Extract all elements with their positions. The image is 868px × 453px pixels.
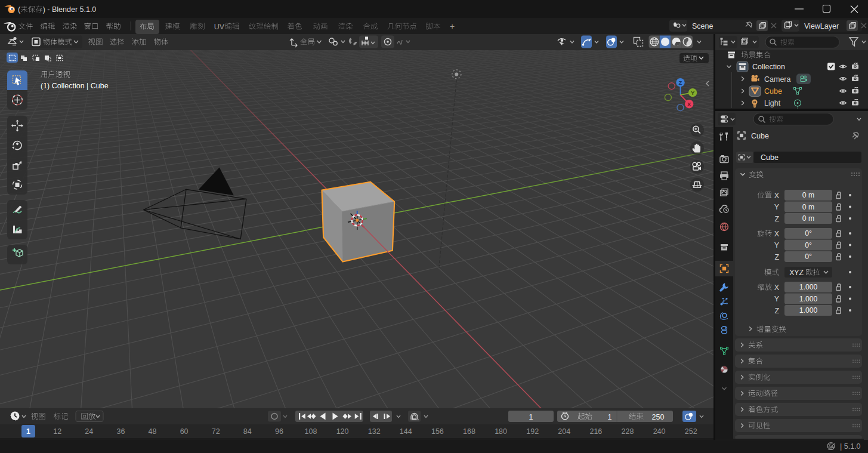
svg-text:84: 84 — [243, 427, 252, 436]
svg-text:24: 24 — [85, 427, 93, 436]
svg-text:108: 108 — [305, 427, 317, 436]
svg-text:144: 144 — [400, 427, 412, 436]
svg-text:36: 36 — [116, 427, 125, 436]
svg-text:Light: Light — [764, 99, 781, 107]
svg-text:180: 180 — [495, 427, 507, 436]
svg-text:228: 228 — [622, 427, 634, 436]
svg-text:X: X — [772, 192, 779, 200]
svg-text:192: 192 — [526, 427, 539, 436]
svg-text:1: 1 — [529, 413, 533, 421]
svg-text:Y: Y — [691, 90, 695, 96]
svg-text:1: 1 — [608, 413, 612, 421]
svg-text:0 m: 0 m — [802, 214, 814, 223]
svg-text:1.000: 1.000 — [799, 306, 818, 315]
svg-text:72: 72 — [212, 427, 220, 436]
svg-text:Y: Y — [774, 241, 780, 249]
svg-text:Z: Z — [774, 307, 779, 315]
svg-text:) - Blender 5.1.0: ) - Blender 5.1.0 — [43, 5, 97, 14]
svg-text:156: 156 — [431, 427, 444, 436]
svg-text:0°: 0° — [805, 252, 812, 261]
svg-text:252: 252 — [685, 427, 697, 436]
svg-text:Z: Z — [774, 253, 779, 261]
svg-text:Z: Z — [774, 215, 779, 223]
svg-text:UV: UV — [214, 23, 225, 31]
svg-text:1.000: 1.000 — [799, 283, 818, 291]
svg-text:204: 204 — [558, 427, 570, 436]
svg-text:Cube: Cube — [764, 87, 782, 95]
svg-text:Cube: Cube — [751, 132, 769, 140]
svg-text:Z: Z — [679, 79, 682, 86]
svg-text:132: 132 — [368, 427, 381, 436]
svg-text:0°: 0° — [805, 241, 812, 249]
svg-text:(1) Collection | Cube: (1) Collection | Cube — [41, 82, 109, 90]
svg-text:Scene: Scene — [692, 22, 713, 30]
svg-text:X: X — [687, 101, 691, 107]
svg-text:216: 216 — [589, 427, 602, 436]
svg-text:X: X — [772, 230, 779, 238]
svg-text:12: 12 — [53, 427, 61, 436]
svg-text:240: 240 — [653, 427, 666, 436]
svg-text:250: 250 — [652, 413, 665, 421]
svg-text:1.000: 1.000 — [799, 295, 818, 303]
svg-text:Camera: Camera — [764, 75, 791, 84]
svg-text:60: 60 — [180, 427, 189, 436]
svg-text:X: X — [772, 283, 779, 292]
svg-text:Y: Y — [774, 203, 780, 211]
svg-text:Collection: Collection — [752, 63, 785, 71]
svg-text:Cube: Cube — [761, 153, 779, 162]
svg-text:XYZ: XYZ — [789, 269, 805, 277]
svg-text:| 5.1.0: | 5.1.0 — [840, 442, 861, 451]
svg-text:96: 96 — [275, 427, 283, 436]
svg-text:120: 120 — [336, 427, 349, 436]
svg-text:0 m: 0 m — [802, 203, 814, 211]
svg-text:1: 1 — [26, 427, 30, 436]
svg-text:48: 48 — [149, 427, 157, 436]
svg-text:0 m: 0 m — [802, 191, 814, 199]
svg-text:Y: Y — [774, 295, 780, 303]
svg-text:168: 168 — [463, 427, 475, 436]
svg-text:0°: 0° — [805, 229, 812, 238]
svg-text:ViewLayer: ViewLayer — [804, 22, 839, 30]
svg-text:+: + — [450, 21, 455, 31]
